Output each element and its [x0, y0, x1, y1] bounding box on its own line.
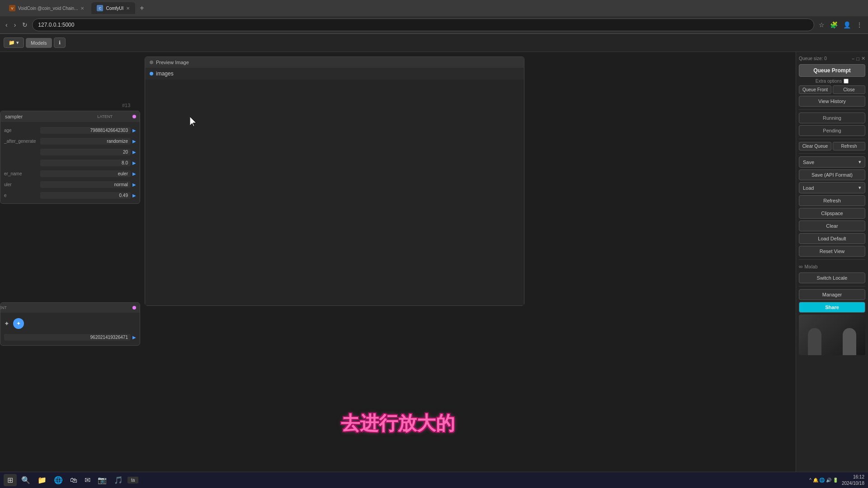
load-default-button[interactable]: Load Default	[799, 233, 865, 244]
save-api-button[interactable]: Save (API Format)	[799, 169, 865, 180]
node13-value-cfg: 8.0	[40, 160, 131, 166]
sidebar-x-btn[interactable]: ✕	[861, 56, 865, 61]
main-layout: #13 sampler LATENT age 798881426642303 ▶…	[0, 52, 868, 472]
node3-icon[interactable]: ✦	[4, 320, 9, 327]
node13-body: age 798881426642303 ▶ _after_generate ra…	[0, 122, 140, 203]
node13-row-sampler: er_name euler ▶	[0, 168, 140, 179]
node13-row-after: _after_generate randomize ▶	[0, 136, 140, 146]
save-button[interactable]: Save ▾	[799, 156, 865, 168]
info-button[interactable]: ℹ	[54, 38, 66, 48]
preview-title: Preview Image	[145, 57, 524, 68]
app-toolbar: 📁 ▾ Models ℹ	[0, 34, 868, 52]
tab-1[interactable]: V VoidCoin @coin_void Chain... ✕	[4, 2, 90, 14]
mixlab-icon: ∞	[799, 263, 803, 270]
node13-label-after: _after_generate	[4, 139, 40, 144]
sidebar-minimize-btn[interactable]: −	[852, 56, 854, 61]
divider3	[799, 153, 865, 154]
taskbar-app[interactable]: ta	[127, 477, 138, 483]
node13-arrow-after[interactable]: ▶	[132, 139, 136, 144]
node13-arrow-steps[interactable]: ▶	[132, 150, 136, 155]
node3-latent: LATENT	[0, 305, 7, 310]
chinese-text-overlay: 去进行放大的	[341, 411, 455, 436]
taskbar-files[interactable]: 📁	[35, 475, 49, 485]
queue-front-button[interactable]: Queue Front	[799, 85, 831, 94]
queue-size-label: Queue size: 0	[799, 56, 827, 61]
silhouette-1	[808, 328, 821, 355]
tab1-close[interactable]: ✕	[80, 6, 84, 11]
clear-button[interactable]: Clear	[799, 221, 865, 231]
clock: 16:12 2024/10/18	[842, 474, 864, 487]
thumbnail-image	[799, 314, 865, 355]
extra-options-label: Extra options	[816, 79, 842, 84]
forward-button[interactable]: ›	[12, 20, 18, 29]
taskbar-search[interactable]: 🔍	[19, 475, 33, 485]
clear-refresh-row: Clear Queue Refresh	[799, 142, 865, 150]
node13-number: #13	[122, 103, 130, 108]
clock-time: 16:12	[842, 474, 864, 480]
new-tab-button[interactable]: +	[137, 3, 146, 13]
sidebar-close-btn[interactable]: □	[856, 56, 859, 61]
load-button[interactable]: Load ▾	[799, 182, 865, 193]
node13-arrow-seed[interactable]: ▶	[132, 128, 136, 133]
folder-button[interactable]: 📁 ▾	[4, 38, 24, 48]
node13-value-denoise: 0.49	[40, 192, 131, 199]
bookmark-button[interactable]: ☆	[817, 20, 826, 29]
clear-queue-button[interactable]: Clear Queue	[799, 142, 831, 150]
preview-body	[145, 80, 524, 305]
node13-title: sampler LATENT	[0, 111, 140, 122]
preview-images-label: images	[156, 70, 174, 77]
switch-locale-button[interactable]: Switch Locale	[799, 272, 865, 283]
share-button[interactable]: Share	[799, 302, 865, 313]
mixlab-row: ∞ Mixlab	[799, 263, 865, 271]
node3-body: ✦ ✦ 962021419326471 ▶	[0, 313, 140, 345]
node13-arrow-denoise[interactable]: ▶	[132, 193, 136, 198]
node3-panel: LATENT ✦ ✦ 962021419326471 ▶	[0, 302, 140, 346]
reload-button[interactable]: ↻	[20, 20, 29, 29]
node3-avatar: ✦	[13, 318, 24, 329]
node13-row-scheduler: uler normal ▶	[0, 179, 140, 190]
close-button[interactable]: Close	[833, 85, 865, 94]
tab2-favicon: C	[97, 5, 103, 11]
canvas-area[interactable]: #13 sampler LATENT age 798881426642303 ▶…	[0, 52, 796, 472]
tab-2[interactable]: C ComfyUI ✕	[91, 2, 135, 14]
profile-button[interactable]: 👤	[841, 20, 853, 29]
preview-images-row: images	[145, 68, 524, 80]
clock-date: 2024/10/18	[842, 480, 864, 487]
node13-label-age: age	[4, 128, 40, 133]
manager-button[interactable]: Manager	[799, 289, 865, 300]
node3-seed-arrow[interactable]: ▶	[132, 335, 136, 340]
settings-button[interactable]: ⋮	[854, 20, 864, 29]
node3-title: LATENT	[0, 303, 140, 313]
taskbar-store[interactable]: 🛍	[67, 475, 80, 485]
start-button[interactable]: ⊞	[4, 474, 17, 486]
queue-prompt-button[interactable]: Queue Prompt	[799, 64, 865, 77]
node13-value-steps: 20	[40, 149, 131, 155]
extensions-button[interactable]: 🧩	[828, 20, 840, 29]
reset-view-button[interactable]: Reset View	[799, 246, 865, 257]
node13-label-scheduler: uler	[4, 182, 40, 187]
clipspace-button[interactable]: Clipspace	[799, 208, 865, 219]
node13-arrow-cfg[interactable]: ▶	[132, 160, 136, 165]
view-history-button[interactable]: View History	[799, 96, 865, 107]
extra-options-row: Extra options	[799, 79, 865, 84]
taskbar-extra1[interactable]: 📷	[95, 475, 109, 485]
tab1-label: VoidCoin @coin_void Chain...	[18, 6, 78, 11]
tab2-close[interactable]: ✕	[126, 6, 130, 11]
node13-value-seed: 798881426642303	[40, 127, 131, 134]
extra-options-checkbox[interactable]	[844, 79, 849, 84]
models-button[interactable]: Models	[26, 38, 52, 48]
taskbar-mail[interactable]: ✉	[82, 475, 93, 485]
address-bar[interactable]	[32, 19, 814, 31]
node13-arrow-scheduler[interactable]: ▶	[132, 182, 136, 187]
refresh-small-button[interactable]: Refresh	[833, 142, 865, 150]
preview-status-dot	[150, 61, 153, 64]
refresh-button[interactable]: Refresh	[799, 195, 865, 206]
back-button[interactable]: ‹	[4, 20, 9, 29]
node13-arrow-sampler[interactable]: ▶	[132, 171, 136, 176]
node13-row-cfg: 8.0 ▶	[0, 157, 140, 168]
node13-row-seed: age 798881426642303 ▶	[0, 125, 140, 136]
taskbar-app-label: ta	[131, 478, 135, 483]
node13-label-denoise: e	[4, 193, 40, 198]
taskbar-extra2[interactable]: 🎵	[111, 475, 126, 485]
taskbar-browser[interactable]: 🌐	[51, 475, 66, 485]
